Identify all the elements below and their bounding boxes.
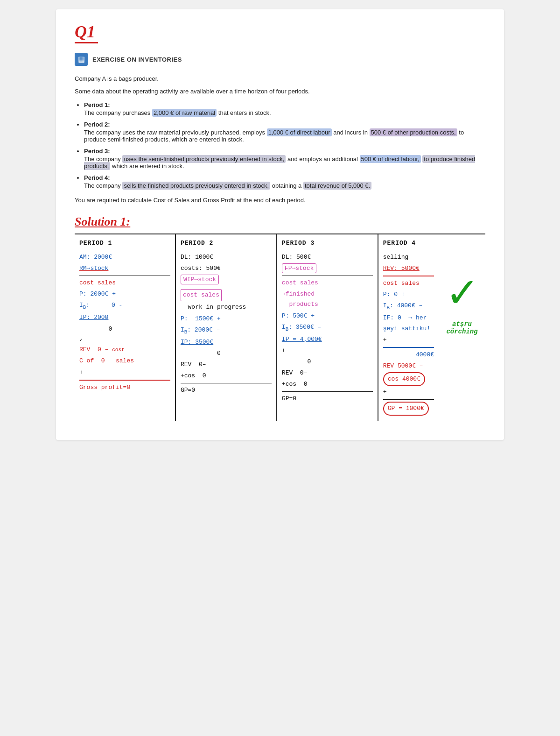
p3-sep1 [282,276,373,276]
period-list: Period 1: The company purchases 2,000 € … [75,101,485,189]
period-1-item: Period 1: The company purchases 2,000 € … [84,101,485,116]
p4-plus2: + [383,387,434,397]
p1-cof-sales: C of 0 sales [79,356,170,366]
period-2-highlight-1: 1,000 € of direct labour [267,128,332,136]
p2-sep2 [181,383,272,383]
period-2-item: Period 2: The company uses the raw mater… [84,121,485,143]
p4-ib: IB: 4000€ – [383,301,434,312]
p1-plus: + [79,368,170,378]
period-4-col: PERIOD 4 selling REV: 5000€ cost sales P… [378,234,485,421]
p4-4000: 4000€ [383,350,434,360]
period-4-label: Period 4: [84,174,110,181]
p3-ib: IB: 3500€ – [282,322,373,333]
p3-gp: GP=0 [282,394,373,404]
page-container: Q1 ▦ EXERCISE ON INVENTORIES Company A i… [56,9,504,440]
p3-zero: 0 [282,357,373,367]
period-3-text: The company uses the semi-finished produ… [84,156,485,170]
period-3-content: DL: 500€ FP→stock cost sales →finished p… [282,252,373,404]
period-3-header: PERIOD 3 [282,238,373,248]
period-1-label: Period 1: [84,101,110,108]
period-3-item: Period 3: The company uses the semi-fini… [84,148,485,170]
period-2-col: PERIOD 2 DL: 1000€ costs: 500€ WIP→stock… [176,234,277,421]
period-4-content-wrapper: PERIOD 4 selling REV: 5000€ cost sales P… [378,234,439,421]
p2-ib: IB: 2000€ – [181,325,272,336]
exercise-header: ▦ EXERCISE ON INVENTORIES [75,53,485,68]
p2-sep1 [181,287,272,287]
p1-arrow: ↙ [79,335,170,344]
period-2-label: Period 2: [84,121,110,128]
p1-p: P: 2000€ + [79,289,170,299]
p4-p: P: 0 + [383,290,434,300]
p4-sep1 [383,347,434,348]
p1-cost-sales: cost sales [79,278,170,288]
p2-costs: costs: 500€ [181,263,272,274]
p2-zero: 0 [181,348,272,359]
p1-rm-stock: RM→stock [79,263,170,274]
period-4-text: The company sells the finished products … [84,182,485,189]
checkmark-area: ✓ atşrucörching [439,234,485,421]
p2-p: P: 1500€ + [181,314,272,324]
period-4-content: selling REV: 5000€ cost sales P: 0 + IB:… [383,252,434,416]
p4-cos: cos 4000€ [383,372,434,386]
p3-p: P: 500€ + [282,311,373,321]
exercise-title: EXERCISE ON INVENTORIES [92,56,182,63]
p1-ip: IP: 2000 [79,312,170,323]
p3-dl: DL: 500€ [282,252,373,262]
p1-ib: IB: 0 - [79,300,170,311]
p4-rev: REV 5000€ – [383,361,434,371]
period-2-text: The company uses the raw material previo… [84,129,485,143]
period-1-highlight: 2,000 € of raw material [152,109,217,117]
p2-wip-label: work in progress [181,302,272,312]
period-4-highlight-2: total revenue of 5,000 €. [303,182,371,190]
p4-sep0 [383,276,434,276]
period-4-header: PERIOD 4 [383,238,434,248]
period-1-header: PERIOD 1 [79,238,170,248]
period-3-col: PERIOD 3 DL: 500€ FP→stock cost sales →f… [277,234,378,421]
period-3-highlight-1: uses the semi-finished products previous… [122,155,286,163]
company-intro: Company A is a bags producer. [75,75,485,82]
p3-plus: + [282,346,373,356]
required-text: You are required to calculate Cost of Sa… [75,197,485,204]
p4-rev-label: REV: 5000€ [383,263,434,274]
q1-logo-area: Q1 [75,23,485,43]
p4-gp: GP = 1000€ [383,402,434,416]
solution-table: PERIOD 1 AM: 2000€ RM→stock cost sales P… [75,234,485,421]
period-2-header: PERIOD 2 [181,238,272,248]
brand-text: atşrucörching [446,320,477,335]
period-4-item: Period 4: The company sells the finished… [84,174,485,189]
p1-sep1 [79,276,170,276]
p1-am: AM: 2000€ [79,252,170,262]
p1-rev: REV 0 – cost [79,345,170,355]
period-4-highlight-1: sells the finished products previously e… [122,182,270,190]
period-2-highlight-2: 500 € of other production costs, [370,128,457,136]
p2-wip: WIP→stock [181,275,272,285]
q1-underline [75,42,98,43]
p1-gp: Gross profit=0 [79,382,170,393]
p4-selling: selling [383,252,434,262]
checkmark-icon: ✓ [448,272,476,318]
p2-gp: GP=0 [181,385,272,396]
period-1-col: PERIOD 1 AM: 2000€ RM→stock cost sales P… [75,234,176,421]
p3-cost-sales: cost sales [282,278,373,288]
period-2-content: DL: 1000€ costs: 500€ WIP→stock cost sal… [181,252,272,396]
period-3-label: Period 3: [84,148,110,155]
p2-ip: IP: 3500€ [181,337,272,347]
p3-rev: REV 0– [282,368,373,378]
p2-cost-sales: cost sales [181,289,272,301]
p4-plus: + [383,335,434,345]
period-1-content: AM: 2000€ RM→stock cost sales P: 2000€ +… [79,252,170,393]
p2-rev: REV 0– [181,360,272,370]
calculator-icon: ▦ [75,53,88,66]
p4-cost-sales: cost sales [383,278,434,289]
p1-sep2 [79,380,170,381]
some-data-text: Some data about the operating activity a… [75,88,485,95]
p2-cos: +cos 0 [181,371,272,381]
p2-dl: DL: 1000€ [181,252,272,262]
period-1-text: The company purchases 2,000 € of raw mat… [84,109,485,116]
solution-title: Solution 1: [75,215,485,229]
p3-finished: →finished products [282,289,373,310]
p3-sep2 [282,391,373,392]
p3-fp-stock: FP→stock [282,263,373,274]
q1-logo-text: Q1 [75,23,95,40]
p4-if: IF: 0 → her şeyi sattıku! [383,313,434,333]
